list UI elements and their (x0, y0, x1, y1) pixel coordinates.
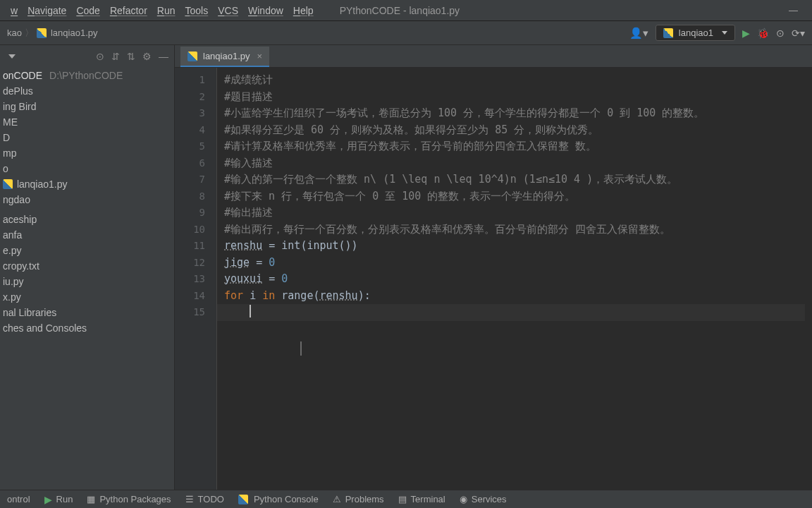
tree-item[interactable]: nal Libraries (0, 305, 174, 320)
menu-navigate[interactable]: Navigate (23, 5, 71, 16)
chevron-down-icon (722, 31, 727, 35)
tool-window-bar: ontrol ▶Run ▦Python Packages ☰TODO Pytho… (0, 490, 812, 508)
menu-window[interactable]: Window (243, 5, 288, 16)
person-icon[interactable]: 👤▾ (629, 27, 648, 40)
tab-label: lanqiao1.py (203, 51, 250, 61)
tree-item[interactable]: cropy.txt (0, 258, 174, 274)
breadcrumb-item[interactable]: lanqiao1.py (51, 28, 98, 38)
play-icon: ▶ (44, 494, 52, 505)
menu-tools[interactable]: Tools (180, 5, 214, 16)
menu-help[interactable]: Help (288, 5, 319, 16)
python-icon (663, 28, 673, 38)
python-file-icon (187, 52, 197, 61)
toolbar-right: 👤▾ lanqiao1 ▶ 🐞 ⊙ ⟳▾ (629, 25, 805, 41)
tree-item[interactable]: iu.py (0, 274, 174, 289)
more-button[interactable]: ⟳▾ (792, 28, 805, 39)
chevron-right-icon: 〉 (25, 27, 34, 40)
run-button[interactable]: ▶ (742, 28, 750, 39)
tab-bar: lanqiao1.py × (175, 45, 812, 68)
console-tab[interactable]: Python Console (238, 494, 319, 504)
close-icon[interactable]: × (257, 51, 263, 61)
project-tree: ⊙ ⇵ ⇅ ⚙ — onCODED:\PYthonCODE dePlus ing… (0, 45, 175, 490)
target-icon[interactable]: ⊙ (96, 51, 104, 62)
version-control-tab[interactable]: ontrol (7, 494, 30, 504)
python-icon (238, 495, 248, 504)
text-cursor-icon (300, 341, 302, 356)
todo-tab[interactable]: ☰TODO (185, 494, 224, 504)
warning-icon: ⚠ (333, 494, 341, 504)
caret-icon (250, 305, 251, 318)
breadcrumb: kao 〉 lanqiao1.py (7, 27, 97, 40)
tree-item[interactable]: ches and Consoles (0, 320, 174, 336)
expand-icon[interactable]: ⇵ (111, 51, 120, 62)
debug-button[interactable]: 🐞 (757, 28, 769, 39)
editor: lanqiao1.py × 1 2 3 4 5 6 7 8 9 10 11 12… (175, 45, 812, 490)
tree-item[interactable]: D (0, 130, 174, 145)
collapse-icon[interactable]: ⇅ (127, 51, 135, 62)
run-config-label: lanqiao1 (679, 28, 713, 38)
menu-vcs[interactable]: VCS (213, 5, 243, 16)
menu-bar: w Navigate Code Refactor Run Tools VCS W… (0, 0, 812, 21)
tree-toolbar: ⊙ ⇵ ⇅ ⚙ — (0, 45, 174, 68)
todo-icon: ☰ (185, 494, 194, 504)
menu-refactor[interactable]: Refactor (105, 5, 152, 16)
tree-item[interactable]: lanqiao1.py (0, 176, 174, 192)
tree-item[interactable]: aceship (0, 212, 174, 227)
problems-tab[interactable]: ⚠Problems (333, 494, 384, 504)
coverage-button[interactable]: ⊙ (776, 28, 785, 39)
gutter: 1 2 3 4 5 6 7 8 9 10 11 12 13 14 15 (175, 68, 217, 490)
tree-item[interactable]: ing Bird (0, 99, 174, 114)
tree-item[interactable]: e.py (0, 243, 174, 258)
tree-item[interactable]: x.py (0, 289, 174, 305)
python-file-icon (37, 28, 47, 38)
nav-bar: kao 〉 lanqiao1.py 👤▾ lanqiao1 ▶ 🐞 ⊙ ⟳▾ (0, 21, 812, 45)
tree-item[interactable]: ME (0, 114, 174, 130)
window-title: PYthonCODE - lanqiao1.py (340, 5, 460, 16)
tree-item[interactable]: dePlus (0, 83, 174, 99)
run-tab[interactable]: ▶Run (44, 494, 73, 505)
menu-run[interactable]: Run (152, 5, 180, 16)
terminal-tab[interactable]: ▤Terminal (398, 494, 445, 504)
tree-root[interactable]: onCODED:\PYthonCODE (0, 68, 174, 83)
breadcrumb-item[interactable]: kao (7, 28, 22, 38)
code-area[interactable]: 1 2 3 4 5 6 7 8 9 10 11 12 13 14 15 #成绩统… (175, 68, 812, 490)
minimize-icon[interactable]: — (159, 51, 168, 62)
menu-view[interactable]: w (6, 5, 23, 16)
services-tab[interactable]: ◉Services (460, 494, 507, 504)
package-icon: ▦ (87, 494, 95, 504)
tree-item[interactable]: anfa (0, 227, 174, 243)
tree-item[interactable]: ngdao (0, 192, 174, 207)
minimize-button[interactable]: — (780, 5, 806, 16)
services-icon: ◉ (460, 494, 467, 504)
gear-icon[interactable]: ⚙ (142, 51, 152, 62)
code-content[interactable]: #成绩统计 #题目描述 #小蓝给学生们组织了一场考试，卷面总分为 100 分，每… (217, 68, 812, 490)
menu-code[interactable]: Code (71, 5, 104, 16)
editor-tab[interactable]: lanqiao1.py × (180, 47, 269, 67)
chevron-down-icon[interactable] (8, 54, 16, 59)
packages-tab[interactable]: ▦Python Packages (87, 494, 171, 504)
terminal-icon: ▤ (398, 494, 407, 504)
run-config-selector[interactable]: lanqiao1 (656, 25, 735, 41)
tree-item[interactable]: mp (0, 145, 174, 161)
tree-item[interactable]: o (0, 161, 174, 176)
python-file-icon (3, 179, 13, 189)
